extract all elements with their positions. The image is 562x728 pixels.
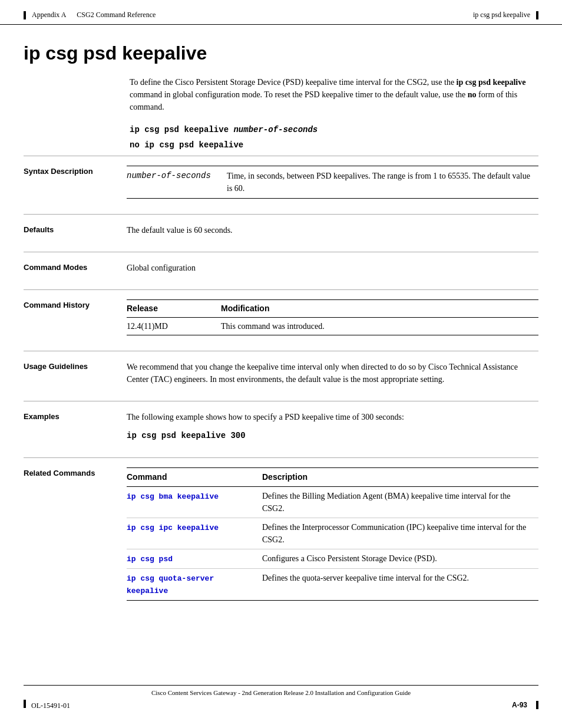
related-header-row: Command Description [127,468,538,487]
defaults-section: Defaults The default value is 60 seconds… [24,214,538,246]
header-right: ip csg psd keepalive [473,11,538,19]
defaults-content: The default value is 60 seconds. [127,224,538,236]
syntax-cmd1-italic: number-of-seconds [229,125,318,134]
related-commands-label: Related Commands [24,467,127,601]
syntax-desc: Time, in seconds, between PSD keepalives… [221,166,538,199]
intro-paragraph: To define the Cisco Persistent Storage D… [130,76,538,113]
header-title: CSG2 Command Reference [77,11,156,19]
command-modes-label: Command Modes [24,262,127,274]
command-history-label: Command History [24,299,127,335]
header-left: Appendix A CSG2 Command Reference [24,11,156,19]
history-col2: Modification [215,300,538,318]
intro-bold1: ip csg psd keepalive [457,78,526,87]
history-modification: This command was introduced. [215,318,538,335]
history-row: 12.4(11)MDThis command was introduced. [127,318,538,335]
header-bar-right-icon [536,11,538,19]
footer-left: OL-15491-01 [24,700,70,710]
page-title-section: ip csg psd keepalive [0,25,562,76]
related-description: Defines the Billing Mediation Agent (BMA… [256,487,538,518]
intro-bold2: no [468,90,477,99]
main-content: To define the Cisco Persistent Storage D… [0,76,562,610]
history-col1: Release [127,300,215,318]
related-commands-content: Command Description ip csg bma keepalive… [127,467,538,601]
related-description: Defines the Interprocessor Communication… [256,518,538,549]
related-command[interactable]: ip csg ipc keepalive [127,518,256,549]
related-command[interactable]: ip csg bma keepalive [127,487,256,518]
footer-bottom: OL-15491-01 A-93 [24,700,538,710]
related-row: ip csg psdConfigures a Cisco Persistent … [127,549,538,569]
usage-guidelines-label: Usage Guidelines [24,361,127,386]
syntax-description-section: Syntax Description number-of-seconds Tim… [24,156,538,208]
command-history-content: Release Modification 12.4(11)MDThis comm… [127,299,538,335]
syntax-description-content: number-of-seconds Time, in seconds, betw… [127,166,538,199]
related-command[interactable]: ip csg quota-server keepalive [127,568,256,600]
usage-guidelines-section: Usage Guidelines We recommend that you c… [24,351,538,395]
related-description: Configures a Cisco Persistent Storage De… [256,549,538,569]
history-release: 12.4(11)MD [127,318,215,335]
usage-guidelines-content: We recommend that you change the keepali… [127,361,538,386]
footer-bar-icon [24,700,26,708]
related-col1: Command [127,468,256,487]
footer-right: A-93 [512,701,538,710]
examples-content: The following example shows how to speci… [127,411,538,442]
related-row: ip csg quota-server keepaliveDefines the… [127,568,538,600]
examples-section: Examples The following example shows how… [24,401,538,452]
history-table: Release Modification 12.4(11)MDThis comm… [127,299,538,335]
page-header: Appendix A CSG2 Command Reference ip csg… [0,0,562,25]
examples-code: ip csg psd keepalive 300 [127,429,538,442]
examples-text: The following example shows how to speci… [127,411,538,423]
related-row: ip csg ipc keepaliveDefines the Interpro… [127,518,538,549]
command-history-section: Command History Release Modification 12.… [24,289,538,345]
syntax-param: number-of-seconds [127,166,221,199]
page-title: ip csg psd keepalive [24,42,538,64]
examples-code-text: ip csg psd keepalive 300 [127,431,246,440]
syntax-description-label: Syntax Description [24,166,127,199]
intro-text1: To define the Cisco Persistent Storage D… [130,78,457,87]
history-header-row: Release Modification [127,300,538,318]
syntax-cmd2: no ip csg psd keepalive [130,140,243,150]
command-modes-section: Command Modes Global configuration [24,252,538,284]
related-table: Command Description ip csg bma keepalive… [127,467,538,601]
related-commands-section: Related Commands Command Description ip … [24,457,538,610]
syntax-line1: ip csg psd keepalive number-of-seconds [130,125,538,134]
command-modes-content: Global configuration [127,262,538,274]
page: Appendix A CSG2 Command Reference ip csg… [0,0,562,728]
footer-center-text: Cisco Content Services Gateway - 2nd Gen… [24,685,538,696]
header-appendix: Appendix A [32,11,66,19]
footer-page-num: A-93 [512,701,527,709]
header-command-ref: ip csg psd keepalive [473,11,530,19]
examples-label: Examples [24,411,127,442]
related-row: ip csg bma keepaliveDefines the Billing … [127,487,538,518]
page-footer: Cisco Content Services Gateway - 2nd Gen… [0,685,562,710]
syntax-table-row: number-of-seconds Time, in seconds, betw… [127,166,538,199]
syntax-table: number-of-seconds Time, in seconds, betw… [127,166,538,199]
syntax-cmd1: ip csg psd keepalive [130,125,229,134]
header-bar-icon [24,11,26,19]
footer-doc-num: OL-15491-01 [31,701,70,710]
syntax-line2: no ip csg psd keepalive [130,140,538,150]
defaults-label: Defaults [24,224,127,236]
related-col2: Description [256,468,538,487]
related-description: Defines the quota-server keepalive time … [256,568,538,600]
related-command[interactable]: ip csg psd [127,549,256,569]
intro-text2: command in global configuration mode. To… [130,90,468,99]
footer-bar-right-icon [536,701,538,709]
